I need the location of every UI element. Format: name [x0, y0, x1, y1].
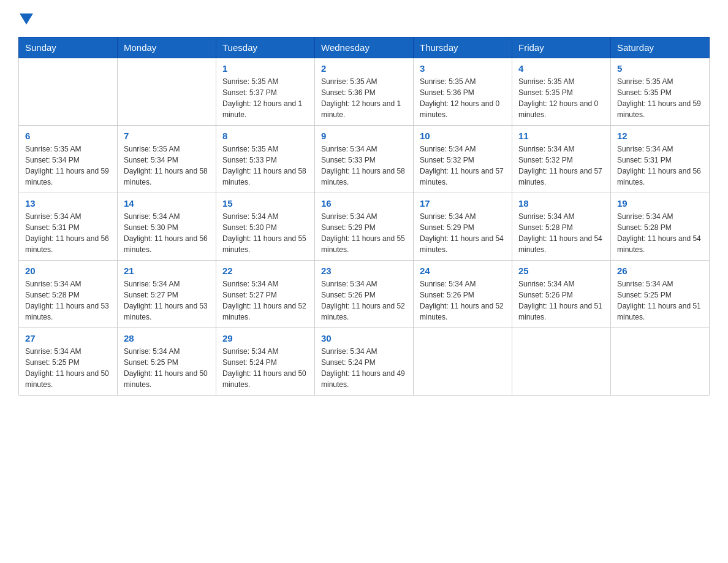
day-info: Sunrise: 5:35 AM Sunset: 5:33 PM Dayligh… [222, 144, 308, 188]
day-info: Sunrise: 5:34 AM Sunset: 5:29 PM Dayligh… [321, 211, 407, 255]
day-number: 4 [518, 63, 604, 74]
day-info: Sunrise: 5:34 AM Sunset: 5:27 PM Dayligh… [124, 278, 210, 323]
day-info: Sunrise: 5:34 AM Sunset: 5:25 PM Dayligh… [25, 346, 111, 390]
calendar-cell: 28Sunrise: 5:34 AM Sunset: 5:25 PM Dayli… [118, 328, 216, 396]
calendar-cell: 19Sunrise: 5:34 AM Sunset: 5:28 PM Dayli… [611, 193, 710, 261]
day-number: 9 [321, 131, 407, 141]
calendar-cell [512, 328, 611, 396]
day-info: Sunrise: 5:34 AM Sunset: 5:27 PM Dayligh… [222, 278, 308, 323]
day-info: Sunrise: 5:34 AM Sunset: 5:30 PM Dayligh… [222, 211, 308, 255]
day-number: 21 [124, 266, 210, 276]
day-number: 11 [518, 131, 604, 141]
calendar-cell: 15Sunrise: 5:34 AM Sunset: 5:30 PM Dayli… [216, 193, 315, 261]
day-info: Sunrise: 5:35 AM Sunset: 5:36 PM Dayligh… [321, 76, 407, 120]
calendar-header-row: SundayMondayTuesdayWednesdayThursdayFrid… [19, 37, 710, 58]
day-number: 18 [518, 198, 604, 209]
day-info: Sunrise: 5:35 AM Sunset: 5:35 PM Dayligh… [518, 76, 604, 120]
calendar-cell: 2Sunrise: 5:35 AM Sunset: 5:36 PM Daylig… [315, 58, 414, 126]
column-header-saturday: Saturday [611, 37, 710, 58]
calendar-cell: 30Sunrise: 5:34 AM Sunset: 5:24 PM Dayli… [315, 328, 414, 396]
column-header-sunday: Sunday [19, 37, 118, 58]
day-number: 28 [124, 333, 210, 343]
day-info: Sunrise: 5:34 AM Sunset: 5:28 PM Dayligh… [518, 211, 604, 255]
day-info: Sunrise: 5:35 AM Sunset: 5:34 PM Dayligh… [25, 144, 111, 188]
day-info: Sunrise: 5:34 AM Sunset: 5:32 PM Dayligh… [518, 144, 604, 188]
calendar-cell: 23Sunrise: 5:34 AM Sunset: 5:26 PM Dayli… [315, 261, 414, 328]
calendar-cell [118, 58, 216, 126]
calendar-cell: 29Sunrise: 5:34 AM Sunset: 5:24 PM Dayli… [216, 328, 315, 396]
day-info: Sunrise: 5:34 AM Sunset: 5:26 PM Dayligh… [518, 278, 604, 323]
calendar-cell: 1Sunrise: 5:35 AM Sunset: 5:37 PM Daylig… [216, 58, 315, 126]
day-info: Sunrise: 5:34 AM Sunset: 5:24 PM Dayligh… [321, 346, 407, 390]
day-info: Sunrise: 5:34 AM Sunset: 5:31 PM Dayligh… [25, 211, 111, 255]
day-number: 27 [25, 333, 111, 343]
column-header-thursday: Thursday [414, 37, 512, 58]
calendar-table: SundayMondayTuesdayWednesdayThursdayFrid… [18, 37, 710, 396]
calendar-cell: 18Sunrise: 5:34 AM Sunset: 5:28 PM Dayli… [512, 193, 611, 261]
calendar-cell: 26Sunrise: 5:34 AM Sunset: 5:25 PM Dayli… [611, 261, 710, 328]
calendar-cell: 21Sunrise: 5:34 AM Sunset: 5:27 PM Dayli… [118, 261, 216, 328]
calendar-cell: 7Sunrise: 5:35 AM Sunset: 5:34 PM Daylig… [118, 126, 216, 193]
day-number: 19 [617, 198, 703, 209]
calendar-week-row: 20Sunrise: 5:34 AM Sunset: 5:28 PM Dayli… [19, 261, 710, 328]
day-info: Sunrise: 5:34 AM Sunset: 5:28 PM Dayligh… [617, 211, 703, 255]
day-number: 8 [222, 131, 308, 141]
calendar-week-row: 27Sunrise: 5:34 AM Sunset: 5:25 PM Dayli… [19, 328, 710, 396]
day-number: 23 [321, 266, 407, 276]
day-number: 1 [222, 63, 308, 74]
day-info: Sunrise: 5:34 AM Sunset: 5:26 PM Dayligh… [321, 278, 407, 323]
day-info: Sunrise: 5:34 AM Sunset: 5:32 PM Dayligh… [420, 144, 506, 188]
day-number: 24 [420, 266, 506, 276]
day-number: 7 [124, 131, 210, 141]
day-info: Sunrise: 5:34 AM Sunset: 5:26 PM Dayligh… [420, 278, 506, 323]
calendar-cell: 10Sunrise: 5:34 AM Sunset: 5:32 PM Dayli… [414, 126, 512, 193]
day-number: 3 [420, 63, 506, 74]
day-number: 5 [617, 63, 703, 74]
day-info: Sunrise: 5:34 AM Sunset: 5:31 PM Dayligh… [617, 144, 703, 188]
calendar-week-row: 1Sunrise: 5:35 AM Sunset: 5:37 PM Daylig… [19, 58, 710, 126]
calendar-cell: 3Sunrise: 5:35 AM Sunset: 5:36 PM Daylig… [414, 58, 512, 126]
day-info: Sunrise: 5:35 AM Sunset: 5:35 PM Dayligh… [617, 76, 703, 120]
calendar-cell: 6Sunrise: 5:35 AM Sunset: 5:34 PM Daylig… [19, 126, 118, 193]
day-number: 16 [321, 198, 407, 209]
day-info: Sunrise: 5:34 AM Sunset: 5:29 PM Dayligh… [420, 211, 506, 255]
day-number: 17 [420, 198, 506, 209]
calendar-cell: 5Sunrise: 5:35 AM Sunset: 5:35 PM Daylig… [611, 58, 710, 126]
day-number: 25 [518, 266, 604, 276]
day-number: 30 [321, 333, 407, 343]
day-number: 20 [25, 266, 111, 276]
calendar-cell: 8Sunrise: 5:35 AM Sunset: 5:33 PM Daylig… [216, 126, 315, 193]
day-number: 12 [617, 131, 703, 141]
day-info: Sunrise: 5:35 AM Sunset: 5:37 PM Dayligh… [222, 76, 308, 120]
day-info: Sunrise: 5:34 AM Sunset: 5:33 PM Dayligh… [321, 144, 407, 188]
column-header-friday: Friday [512, 37, 611, 58]
calendar-cell: 9Sunrise: 5:34 AM Sunset: 5:33 PM Daylig… [315, 126, 414, 193]
calendar-cell: 4Sunrise: 5:35 AM Sunset: 5:35 PM Daylig… [512, 58, 611, 126]
day-number: 29 [222, 333, 308, 343]
day-info: Sunrise: 5:34 AM Sunset: 5:28 PM Dayligh… [25, 278, 111, 323]
svg-marker-0 [20, 13, 33, 25]
day-number: 26 [617, 266, 703, 276]
day-info: Sunrise: 5:34 AM Sunset: 5:25 PM Dayligh… [124, 346, 210, 390]
day-info: Sunrise: 5:34 AM Sunset: 5:25 PM Dayligh… [617, 278, 703, 323]
calendar-cell: 17Sunrise: 5:34 AM Sunset: 5:29 PM Dayli… [414, 193, 512, 261]
day-info: Sunrise: 5:34 AM Sunset: 5:24 PM Dayligh… [222, 346, 308, 390]
page-header [18, 12, 710, 25]
calendar-cell: 27Sunrise: 5:34 AM Sunset: 5:25 PM Dayli… [19, 328, 118, 396]
calendar-cell: 22Sunrise: 5:34 AM Sunset: 5:27 PM Dayli… [216, 261, 315, 328]
calendar-cell: 24Sunrise: 5:34 AM Sunset: 5:26 PM Dayli… [414, 261, 512, 328]
column-header-tuesday: Tuesday [216, 37, 315, 58]
day-info: Sunrise: 5:34 AM Sunset: 5:30 PM Dayligh… [124, 211, 210, 255]
logo [18, 12, 33, 25]
calendar-week-row: 6Sunrise: 5:35 AM Sunset: 5:34 PM Daylig… [19, 126, 710, 193]
calendar-cell [19, 58, 118, 126]
calendar-cell: 13Sunrise: 5:34 AM Sunset: 5:31 PM Dayli… [19, 193, 118, 261]
calendar-cell: 12Sunrise: 5:34 AM Sunset: 5:31 PM Dayli… [611, 126, 710, 193]
column-header-monday: Monday [118, 37, 216, 58]
calendar-cell: 16Sunrise: 5:34 AM Sunset: 5:29 PM Dayli… [315, 193, 414, 261]
calendar-cell: 14Sunrise: 5:34 AM Sunset: 5:30 PM Dayli… [118, 193, 216, 261]
day-number: 14 [124, 198, 210, 209]
day-number: 15 [222, 198, 308, 209]
calendar-cell [414, 328, 512, 396]
day-number: 22 [222, 266, 308, 276]
